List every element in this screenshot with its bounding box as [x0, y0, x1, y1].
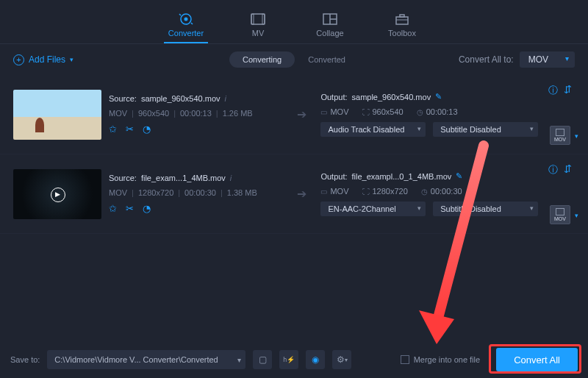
item-actions: ⓘ ⇵ MOV▾ — [545, 162, 575, 226]
output-filename: sample_960x540.mov — [352, 93, 431, 101]
source-label: Source: — [109, 94, 137, 103]
output-format-chip[interactable]: MOV▾ — [550, 205, 570, 224]
compress-icon[interactable]: ⇵ — [564, 163, 572, 176]
film-icon: ▭ — [320, 108, 327, 116]
tab-label: Collage — [316, 29, 343, 38]
collage-icon — [322, 13, 338, 26]
list-item: Source: sample_960x540.mov i MOV| 960x54… — [0, 75, 588, 154]
output-filename: file_exampl...0_1_4MB.mov — [352, 172, 452, 181]
svg-rect-4 — [262, 14, 265, 24]
cut-icon[interactable]: ✂ — [126, 203, 134, 214]
save-path-select[interactable]: C:\Vidmore\Vidmore V... Converter\Conver… — [47, 350, 245, 369]
plus-icon: + — [13, 54, 24, 65]
subtitle-select[interactable]: Subtitle Disabled — [433, 202, 538, 216]
convert-all-format-select[interactable]: MOV — [520, 51, 575, 68]
thumbnail[interactable] — [13, 169, 101, 219]
source-label: Source: — [109, 174, 137, 182]
output-label: Output: — [320, 172, 347, 181]
output-format: MOV — [330, 187, 348, 196]
output-duration: 00:00:30 — [431, 187, 462, 196]
add-files-label: Add Files — [29, 54, 65, 65]
output-format-chip[interactable]: MOV▾ — [550, 126, 570, 145]
expand-icon: ⛶ — [362, 188, 370, 196]
file-list: Source: sample_960x540.mov i MOV| 960x54… — [0, 75, 588, 321]
tab-mv[interactable]: MV — [236, 13, 280, 43]
cut-icon[interactable]: ✂ — [126, 124, 134, 135]
hw-accel-button[interactable]: h⚡ — [279, 350, 298, 369]
convert-all-button[interactable]: Convert All — [496, 348, 578, 371]
settings-button[interactable]: ⚙▾ — [332, 350, 351, 369]
chevron-down-icon: ▾ — [575, 132, 578, 140]
save-to-label: Save to: — [10, 355, 40, 364]
arrow-icon: ➔ — [290, 107, 313, 121]
clock-icon: ◷ — [417, 108, 423, 116]
convert-all-to: Convert All to: MOV — [459, 51, 575, 68]
output-res: 1280x720 — [373, 187, 408, 196]
film-icon: ▭ — [320, 188, 327, 196]
main-tab-bar: Converter MV Collage Toolbox — [0, 0, 588, 44]
output-meta: Output: sample_960x540.mov ✎ ▭MOV ⛶960x5… — [320, 92, 538, 137]
wand-icon[interactable]: ✩ — [109, 124, 117, 135]
status-tabs: Converting Converted — [229, 51, 359, 68]
source-res: 960x540 — [138, 109, 169, 118]
convert-all-to-label: Convert All to: — [459, 54, 514, 65]
add-files-button[interactable]: + Add Files ▾ — [13, 54, 74, 65]
source-size: 1.26 MB — [223, 109, 253, 118]
info-icon[interactable]: i — [225, 94, 226, 103]
tab-toolbox[interactable]: Toolbox — [380, 13, 424, 43]
arrow-icon: ➔ — [290, 187, 313, 201]
output-format: MOV — [330, 107, 348, 116]
source-filename: file_exam...1_4MB.mov — [141, 174, 226, 182]
source-size: 1.38 MB — [227, 188, 257, 197]
source-duration: 00:00:30 — [184, 188, 216, 197]
compress-icon[interactable]: ⇵ — [564, 84, 572, 97]
source-meta: Source: file_exam...1_4MB.mov i MOV| 128… — [109, 174, 282, 214]
tab-label: Toolbox — [388, 29, 416, 38]
tab-converted[interactable]: Converted — [295, 51, 359, 68]
audio-track-select[interactable]: Audio Track Disabled — [320, 122, 426, 137]
tab-label: Converter — [168, 29, 204, 38]
thumbnail[interactable] — [13, 90, 101, 140]
tab-converter[interactable]: Converter — [164, 13, 208, 43]
output-res: 960x540 — [373, 107, 404, 116]
subtitle-select[interactable]: Subtitle Disabled — [433, 122, 538, 137]
source-filename: sample_960x540.mov — [141, 94, 220, 103]
sub-bar: + Add Files ▾ Converting Converted Conve… — [0, 44, 588, 75]
palette-icon[interactable]: ◔ — [143, 124, 151, 135]
checkbox-icon — [401, 355, 409, 364]
source-format: MOV — [109, 188, 127, 197]
expand-icon: ⛶ — [362, 108, 370, 116]
list-item: Source: file_exam...1_4MB.mov i MOV| 128… — [0, 154, 588, 234]
bottom-bar: Save to: C:\Vidmore\Vidmore V... Convert… — [0, 341, 588, 378]
tab-collage[interactable]: Collage — [308, 13, 352, 43]
output-label: Output: — [320, 93, 347, 101]
tab-converting[interactable]: Converting — [229, 51, 295, 68]
merge-label: Merge into one file — [414, 355, 481, 364]
source-meta: Source: sample_960x540.mov i MOV| 960x54… — [109, 94, 282, 135]
merge-checkbox[interactable]: Merge into one file — [401, 355, 481, 364]
palette-icon[interactable]: ◔ — [143, 203, 151, 214]
edit-icon[interactable]: ✎ — [456, 171, 462, 181]
audio-track-select[interactable]: EN-AAC-2Channel — [320, 202, 426, 216]
source-res: 1280x720 — [138, 188, 173, 197]
svg-rect-8 — [396, 17, 408, 24]
gpu-button[interactable]: ◉ — [306, 350, 325, 369]
chevron-down-icon: ▾ — [70, 56, 74, 63]
wand-icon[interactable]: ✩ — [109, 203, 117, 214]
source-format: MOV — [109, 109, 127, 118]
svg-rect-3 — [251, 14, 254, 24]
info-icon[interactable]: i — [230, 174, 232, 182]
source-duration: 00:00:13 — [180, 109, 212, 118]
item-actions: ⓘ ⇵ MOV▾ — [545, 82, 575, 146]
svg-point-1 — [184, 18, 188, 21]
open-folder-button[interactable]: ▢ — [253, 350, 272, 369]
toolbox-icon — [394, 13, 410, 26]
mv-icon — [250, 13, 266, 26]
tab-label: MV — [252, 29, 265, 38]
converter-icon — [178, 13, 194, 26]
svg-rect-9 — [400, 15, 404, 17]
info-circle-icon[interactable]: ⓘ — [548, 163, 558, 176]
clock-icon: ◷ — [421, 188, 428, 196]
edit-icon[interactable]: ✎ — [435, 92, 442, 101]
info-circle-icon[interactable]: ⓘ — [548, 84, 558, 97]
